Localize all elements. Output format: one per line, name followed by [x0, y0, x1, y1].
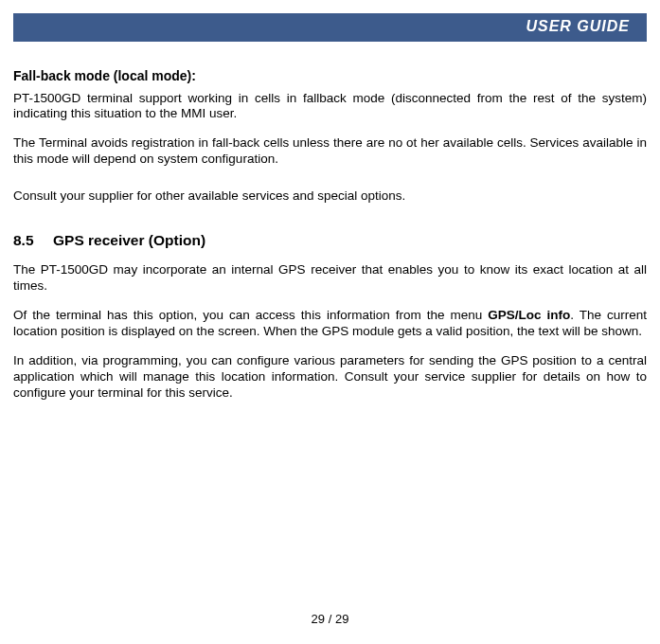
gps-menu-name: GPS/Loc info [488, 308, 570, 322]
gps-section-name: GPS receiver (Option) [53, 232, 205, 248]
page-number: 29 / 29 [312, 612, 349, 626]
fallback-para-2: The Terminal avoids registration in fall… [13, 135, 647, 168]
fallback-heading: Fall-back mode (local mode): [13, 68, 647, 85]
header-band: USER GUIDE [13, 13, 647, 40]
gps-para-3: In addition, via programming, you can co… [13, 353, 647, 402]
page-content: Fall-back mode (local mode): PT-1500GD t… [0, 40, 660, 401]
fallback-para-3: Consult your supplier for other availabl… [13, 188, 647, 205]
gps-para-2: Of the terminal has this option, you can… [13, 308, 647, 340]
gps-para-2a: Of the terminal has this option, you can… [13, 308, 488, 322]
header-title: USER GUIDE [526, 17, 630, 36]
gps-para-1: The PT-1500GD may incorporate an interna… [13, 262, 647, 295]
page-footer: 29 / 29 [0, 612, 660, 627]
gps-section-title: 8.5GPS receiver (Option) [13, 231, 647, 249]
gps-section-number: 8.5 [13, 231, 53, 249]
fallback-para-1: PT-1500GD terminal support working in ce… [13, 91, 647, 123]
